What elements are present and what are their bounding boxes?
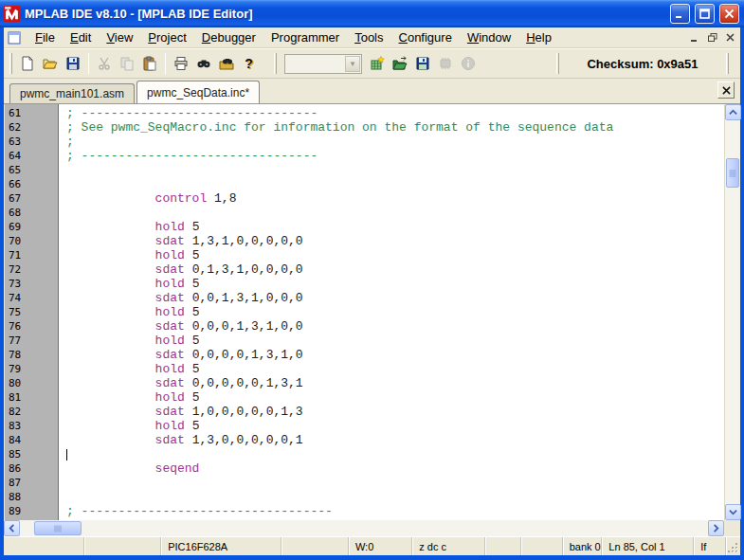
toolbar-grip[interactable] — [726, 53, 729, 74]
menu-item-configure[interactable]: Configure — [391, 28, 460, 46]
toolbar-separator — [165, 53, 166, 74]
open-project-button[interactable] — [389, 52, 411, 75]
menu-item-debugger[interactable]: Debugger — [194, 28, 263, 46]
tab-pwmc-seqdata-inc-[interactable]: pwmc_SeqData.inc* — [136, 81, 260, 103]
tab-pwmc-main101-asm[interactable]: pwmc_main101.asm — [9, 83, 135, 103]
menu-item-view[interactable]: View — [99, 28, 140, 46]
scroll-down-button[interactable] — [725, 504, 741, 520]
menu-item-tools[interactable]: Tools — [347, 28, 390, 46]
menu-item-help[interactable]: Help — [518, 28, 559, 46]
maximize-button[interactable] — [695, 4, 715, 24]
maximize-icon — [699, 9, 710, 19]
debug-tool-select[interactable]: ▾ — [284, 54, 362, 74]
code-line — [66, 447, 724, 461]
code-text[interactable]: ; --------------------------------; See … — [59, 104, 724, 520]
open-file-button[interactable] — [39, 52, 62, 75]
line-number: 85 — [9, 447, 58, 461]
menu-item-file[interactable]: File — [27, 28, 63, 46]
help-icon: ?? — [242, 56, 257, 71]
code-line: hold 5 — [66, 334, 724, 348]
status-status-7 — [485, 537, 521, 555]
line-number: 81 — [9, 390, 58, 405]
status-bank-indicator: bank 0 — [563, 537, 603, 555]
save-workspace-icon — [415, 56, 430, 71]
find-in-files-button[interactable] — [215, 52, 238, 75]
status-insert-mode: If — [694, 537, 726, 555]
toolbar-grip[interactable] — [556, 53, 559, 74]
line-number: 62 — [9, 120, 58, 135]
vertical-scroll-track[interactable] — [725, 120, 740, 504]
line-number: 80 — [9, 376, 58, 390]
paste-button[interactable] — [138, 52, 161, 75]
new-file-button[interactable] — [16, 52, 39, 75]
menu-item-programmer[interactable]: Programmer — [263, 28, 347, 46]
toolbar: ?? ▾ Checksum: 0x9a51 — [4, 48, 740, 79]
document-icon — [8, 31, 22, 45]
chevron-left-icon — [8, 524, 16, 533]
code-line: sdat 1,3,0,0,0,0,0,1 — [66, 433, 724, 447]
mdi-minimize-button[interactable] — [686, 30, 702, 45]
code-editor[interactable]: 6162636465666768697071727374757677787980… — [4, 104, 724, 520]
print-button[interactable] — [170, 52, 192, 75]
line-number: 73 — [9, 277, 58, 291]
paste-icon — [142, 56, 157, 71]
line-number: 88 — [9, 490, 58, 504]
line-number: 77 — [9, 334, 58, 348]
toolbar-grip[interactable] — [274, 53, 277, 74]
code-line: sdat 1,0,0,0,0,0,1,3 — [66, 405, 724, 419]
close-tab-button[interactable] — [717, 81, 735, 99]
vertical-scroll-thumb[interactable] — [726, 158, 739, 188]
titlebar[interactable]: MPLAB IDE v8.10 - [MPLAB IDE Editor] — [0, 0, 744, 27]
mdi-close-button[interactable] — [722, 30, 738, 45]
resize-grip-icon[interactable] — [726, 537, 740, 555]
scroll-right-button[interactable] — [708, 520, 724, 536]
minimize-button[interactable] — [670, 4, 690, 24]
line-number-gutter[interactable]: 6162636465666768697071727374757677787980… — [4, 104, 59, 520]
line-number: 89 — [9, 504, 58, 518]
mplab-logo-icon — [4, 6, 20, 22]
close-button[interactable] — [719, 4, 739, 24]
menu-item-project[interactable]: Project — [140, 28, 193, 46]
horizontal-scrollbar[interactable] — [4, 520, 724, 536]
code-line: hold 5 — [66, 248, 724, 262]
text-cursor — [66, 449, 67, 461]
scroll-left-button[interactable] — [4, 520, 20, 536]
code-line — [66, 206, 724, 220]
find-button[interactable] — [192, 52, 215, 75]
code-line: ; -------------------------------- — [66, 106, 724, 120]
horizontal-scroll-track[interactable] — [20, 520, 708, 536]
status-cursor-position: Ln 85, Col 1 — [602, 537, 694, 555]
vertical-scrollbar[interactable] — [724, 104, 740, 520]
save-workspace-button[interactable] — [411, 52, 434, 75]
line-number: 64 — [9, 149, 58, 163]
horizontal-scrollbar-row — [4, 520, 740, 536]
toolbar-grip[interactable] — [9, 53, 12, 74]
code-line: hold 5 — [66, 277, 724, 291]
program-target-icon — [438, 56, 453, 71]
code-line: sdat 0,0,0,0,0,1,3,1 — [66, 376, 724, 390]
code-line: ; — [66, 135, 724, 149]
mdi-restore-button[interactable] — [704, 30, 720, 45]
line-number: 84 — [9, 433, 58, 447]
status-device-name: PIC16F628A — [161, 537, 281, 555]
line-number: 72 — [9, 262, 58, 277]
close-icon — [722, 86, 731, 95]
scroll-up-button[interactable] — [725, 104, 741, 120]
code-line — [66, 490, 724, 504]
line-number: 82 — [9, 405, 58, 419]
help-button[interactable]: ?? — [238, 52, 261, 75]
line-number: 61 — [9, 106, 58, 120]
window-border — [0, 555, 744, 560]
about-button — [457, 52, 480, 75]
cut-icon — [97, 56, 112, 71]
menu-item-window[interactable]: Window — [460, 28, 518, 46]
menu-item-edit[interactable]: Edit — [63, 28, 99, 46]
horizontal-scroll-thumb[interactable] — [34, 521, 82, 535]
open-file-icon — [43, 56, 58, 71]
new-project-button[interactable] — [366, 52, 389, 75]
checksum-display: Checksum: 0x9a51 — [563, 51, 722, 76]
status-w-register: W:0 — [349, 537, 412, 555]
line-number: 78 — [9, 348, 58, 362]
save-file-button[interactable] — [62, 52, 84, 75]
code-line: control 1,8 — [66, 191, 724, 206]
